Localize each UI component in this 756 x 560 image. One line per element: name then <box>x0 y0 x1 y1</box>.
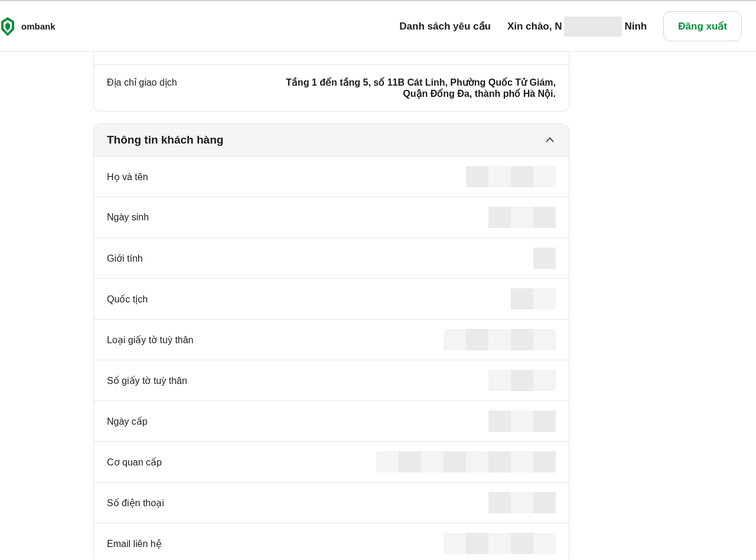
row-gender: Giới tính <box>94 238 569 279</box>
row-fullname: Họ và tên <box>94 157 569 197</box>
greeting-redacted <box>564 17 622 37</box>
greeting: Xin chào, N Ninh <box>507 17 647 37</box>
value-fullname <box>466 166 556 187</box>
address-label: Địa chỉ giao dịch <box>107 77 177 88</box>
label-email: Email liên hệ <box>107 538 162 549</box>
row-issuer: Cơ quan cấp <box>94 442 569 483</box>
value-id-type <box>444 329 556 350</box>
label-nationality: Quốc tịch <box>107 294 148 305</box>
header: ombank Danh sách yêu cầu Xin chào, N Nin… <box>0 1 756 52</box>
customer-info-title: Thông tin khách hàng <box>107 134 223 146</box>
value-issuer <box>376 451 556 473</box>
row-hidden-top <box>94 52 569 65</box>
row-id-number: Số giấy tờ tuỳ thân <box>94 360 569 401</box>
label-gender: Giới tính <box>107 253 143 264</box>
customer-info-header[interactable]: Thông tin khách hàng <box>94 124 569 157</box>
label-issuer: Cơ quan cấp <box>107 457 162 468</box>
value-gender <box>533 248 556 269</box>
row-dob: Ngày sinh <box>94 197 569 238</box>
row-email: Email liên hệ <box>94 523 569 560</box>
value-phone <box>488 492 556 513</box>
customer-info-panel: Thông tin khách hàng Họ và tên Ngày sinh… <box>93 123 569 560</box>
address-value: Tầng 1 đến tầng 5, số 11B Cát Linh, Phườ… <box>272 77 556 99</box>
row-issue-date: Ngày cấp <box>94 401 569 442</box>
logo-mark-icon <box>0 15 19 38</box>
label-id-number: Số giấy tờ tuỳ thân <box>107 375 187 386</box>
row-transaction-address: Địa chỉ giao dịch Tầng 1 đến tầng 5, số … <box>94 65 569 111</box>
address-panel: Địa chỉ giao dịch Tầng 1 đến tầng 5, số … <box>93 52 569 112</box>
value-id-number <box>488 370 556 391</box>
label-issue-date: Ngày cấp <box>107 416 148 427</box>
value-dob <box>488 207 556 228</box>
chevron-up-icon <box>544 134 556 146</box>
label-fullname: Họ và tên <box>107 171 148 183</box>
value-email <box>444 533 556 554</box>
label-dob: Ngày sinh <box>107 212 149 223</box>
logo[interactable]: ombank <box>0 15 56 38</box>
nav-request-list[interactable]: Danh sách yêu cầu <box>399 20 491 32</box>
logout-button[interactable]: Đăng xuất <box>663 11 742 41</box>
logo-text: ombank <box>21 21 56 31</box>
row-nationality: Quốc tịch <box>94 279 569 320</box>
row-id-type: Loại giấy tờ tuỳ thân <box>94 320 569 360</box>
greeting-prefix: Xin chào, N <box>507 21 562 32</box>
label-id-type: Loại giấy tờ tuỳ thân <box>107 334 194 346</box>
row-phone: Số điện thoại <box>94 483 569 523</box>
value-issue-date <box>488 411 556 432</box>
header-right: Danh sách yêu cầu Xin chào, N Ninh Đăng … <box>399 11 742 41</box>
content: Địa chỉ giao dịch Tầng 1 đến tầng 5, số … <box>93 52 569 560</box>
label-phone: Số điện thoại <box>107 497 164 509</box>
greeting-suffix: Ninh <box>624 21 647 32</box>
value-nationality <box>511 288 556 310</box>
